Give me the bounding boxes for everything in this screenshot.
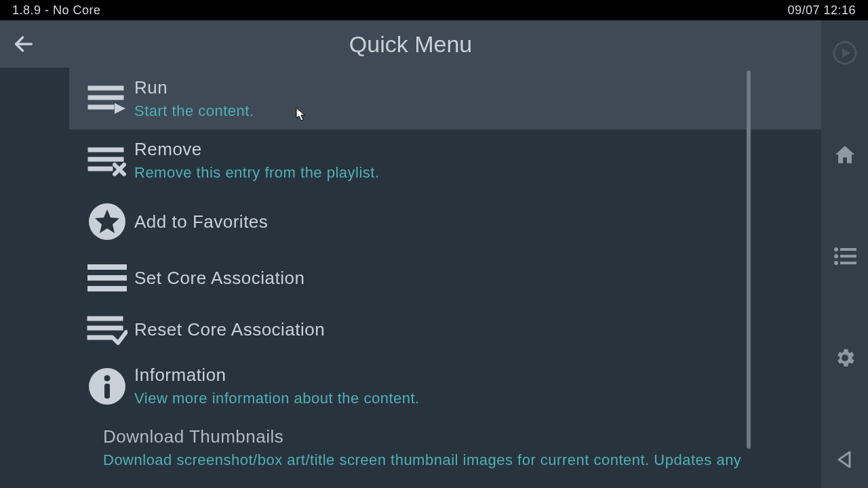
- scrollbar[interactable]: [747, 70, 751, 449]
- svg-rect-18: [104, 384, 110, 399]
- status-left: 1.8.9 - No Core: [12, 3, 101, 18]
- back-button[interactable]: [0, 20, 47, 68]
- menu-item-download-thumbnails[interactable]: Download ThumbnailsDownload screenshot/b…: [69, 417, 821, 479]
- svg-point-17: [104, 375, 111, 381]
- menu-item-title: Set Core Association: [134, 268, 304, 289]
- playlist-remove-icon: [84, 144, 130, 177]
- playlist-check-icon: [84, 313, 130, 346]
- status-right: 09/07 12:16: [787, 3, 856, 18]
- menu-item-run[interactable]: RunStart the content.: [69, 68, 821, 129]
- menu-item-title: Download Thumbnails: [103, 426, 741, 447]
- menu-item-add-to-favorites[interactable]: Add to Favorites: [69, 191, 821, 252]
- menu-item-title: Add to Favorites: [134, 211, 268, 232]
- lines-icon: [84, 263, 130, 293]
- home-icon[interactable]: [831, 141, 859, 168]
- svg-point-24: [834, 261, 838, 265]
- back-nav-icon[interactable]: [831, 446, 859, 473]
- settings-icon[interactable]: [831, 344, 859, 371]
- status-bar: 1.8.9 - No Core 09/07 12:16: [0, 0, 868, 20]
- playlist-play-icon: [84, 83, 130, 115]
- menu-item-set-core-association[interactable]: Set Core Association: [69, 252, 821, 304]
- star-circle-icon: [84, 202, 130, 241]
- menu-item-title: Information: [134, 365, 420, 386]
- resume-icon[interactable]: [831, 39, 859, 66]
- menu-item-subtitle: Download screenshot/box art/title screen…: [103, 451, 741, 469]
- svg-rect-21: [840, 248, 856, 251]
- arrow-left-icon: [12, 33, 35, 56]
- menu-item-information[interactable]: InformationView more information about t…: [69, 355, 821, 417]
- playlists-icon[interactable]: [831, 243, 859, 270]
- svg-rect-23: [840, 255, 856, 258]
- menu-item-title: Run: [134, 77, 254, 98]
- menu-item-title: Reset Core Association: [134, 319, 325, 340]
- menu-item-title: Remove: [134, 139, 380, 160]
- menu-item-subtitle: Remove this entry from the playlist.: [134, 164, 380, 182]
- svg-point-20: [834, 247, 838, 251]
- menu-item-reset-core-association[interactable]: Reset Core Association: [69, 304, 821, 355]
- svg-rect-25: [840, 262, 856, 264]
- svg-point-22: [834, 254, 838, 258]
- menu-item-subtitle: Start the content.: [134, 102, 254, 120]
- info-circle-icon: [84, 367, 130, 406]
- title-bar: Quick Menu: [0, 20, 821, 68]
- side-nav: [821, 20, 868, 488]
- menu-item-subtitle: View more information about the content.: [134, 390, 420, 407]
- menu-item-remove[interactable]: RemoveRemove this entry from the playlis…: [69, 129, 821, 191]
- page-title: Quick Menu: [0, 31, 821, 58]
